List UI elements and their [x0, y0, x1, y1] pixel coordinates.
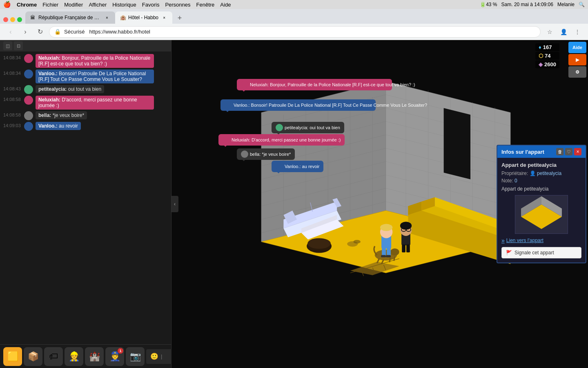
chat-toggle-btn[interactable]: ◫	[3, 41, 12, 50]
profile-btn[interactable]: 👤	[558, 26, 569, 38]
gold-icon: ⬡	[539, 53, 543, 59]
top-buttons: Aide ▶ ⚙	[568, 42, 586, 78]
chat-time: 14:08:43	[3, 85, 22, 91]
reload-btn[interactable]: ↻	[34, 26, 46, 38]
menu-historique[interactable]: Historique	[112, 2, 136, 8]
room-info-fav[interactable]: ♡	[565, 148, 572, 155]
browser: 🏛 République Française de Hab... × 🏨 Hôt…	[0, 9, 588, 368]
chat-messages: 14:08:34 Neluxiah: Bonjour, Patrouille d…	[0, 52, 171, 344]
svg-point-75	[353, 240, 360, 244]
menu-afficher[interactable]: Afficher	[89, 2, 107, 8]
chat-bubble: Neluxiah: D'accord, merci passez une bon…	[36, 96, 154, 110]
chat-time: 14:08:58	[3, 96, 22, 102]
report-flag-icon: 🚩	[506, 250, 512, 256]
menubar-left: 🍎 Chrome Fichier Modifier Afficher Histo…	[3, 1, 231, 8]
diamond-value: 167	[543, 44, 552, 50]
chat-time: 14:09:03	[3, 122, 22, 128]
game-viewport: ‹ ♦ 167 ⬡ 74 ◈ 2600 Aide ▶	[172, 40, 588, 368]
builder-icon[interactable]: 👷	[65, 347, 83, 366]
room-info-header: Infos sur l'appart 🗑 ♡ ×	[497, 146, 586, 158]
avatar	[24, 85, 33, 94]
habbo-icon[interactable]: 🟨	[3, 347, 22, 366]
menu-aide[interactable]: Aide	[220, 2, 231, 8]
tab-favicon-2: 🏨	[120, 15, 126, 20]
room-link[interactable]: » Lien vers l'appart	[501, 237, 581, 244]
svg-line-55	[390, 258, 390, 262]
addressbar: ‹ › ↻ 🔒 Sécurisé https://www.habbo.fr/ho…	[0, 24, 588, 40]
main-content: ◫ ⊡ 14:08:34 Neluxiah: Bonjour, Patrouil…	[0, 40, 588, 368]
chat-bubble: Neluxiah: Bonjour, Patrouille de la Poli…	[36, 54, 154, 68]
nav-button[interactable]: ▶	[568, 54, 586, 65]
settings-button[interactable]: ⚙	[568, 66, 586, 78]
appart-description: Appart de petitealycia	[501, 186, 581, 192]
menu-fichier[interactable]: Fichier	[42, 2, 58, 8]
chat-message: 14:09:03 Vanloo.: au revoir	[0, 121, 171, 132]
avatar	[24, 96, 33, 105]
room-info-body: Appart de petitealycia Propriétaire: 👤 p…	[497, 158, 586, 263]
battery-icon: 🔋43 %	[480, 2, 497, 7]
user-name: Melanie	[557, 2, 575, 7]
gold-value: 74	[545, 53, 550, 59]
svg-rect-71	[406, 245, 410, 253]
avatar	[24, 54, 33, 63]
apple-menu[interactable]: 🍎	[3, 1, 11, 8]
inventory-icon[interactable]: 📦	[24, 347, 42, 366]
app-name[interactable]: Chrome	[17, 2, 37, 8]
tab-close-2[interactable]: ×	[161, 14, 167, 21]
chat-time: 14:08:58	[3, 111, 22, 117]
tab-close-1[interactable]: ×	[104, 14, 110, 21]
avatar	[24, 111, 33, 120]
tab-favicon-1: 🏛	[30, 15, 36, 20]
search-icon[interactable]: 🔍	[579, 2, 585, 7]
camera-icon[interactable]: 📷	[126, 347, 145, 366]
sidebar-toggle-arrow[interactable]: ‹	[172, 196, 178, 212]
menu-modifier[interactable]: Modifier	[64, 2, 83, 8]
events-icon[interactable]: 👮 1	[105, 347, 124, 366]
room-info-trash[interactable]: 🗑	[556, 148, 564, 155]
tab-republique[interactable]: 🏛 République Française de Hab... ×	[25, 11, 115, 24]
lock-icon: 🔒	[54, 29, 61, 35]
chat-header: ◫ ⊡	[0, 40, 171, 52]
chat-expand-btn[interactable]: ⊡	[14, 41, 23, 50]
chat-time: 14:08:34	[3, 70, 22, 76]
url-text: Sécurisé https://www.habbo.fr/hotel	[64, 29, 150, 35]
chat-bubble: Vanloo.: Bonsoir! Patrouile De La Police…	[36, 70, 154, 83]
svg-point-52	[390, 249, 399, 256]
games-icon[interactable]: 🏰	[85, 347, 104, 366]
bookmark-btn[interactable]: ☆	[544, 26, 555, 38]
catalog-icon[interactable]: 🏷	[44, 347, 63, 366]
report-button[interactable]: 🚩 Signale cet appart	[501, 247, 581, 258]
chat-bubble: bella: *je veux boire*	[36, 111, 87, 119]
tab-title-2: Hôtel - Habbo	[128, 15, 158, 20]
url-bar[interactable]: 🔒 Sécurisé https://www.habbo.fr/hotel	[49, 26, 541, 38]
owner-row: Propriétaire: 👤 petitealycia	[501, 171, 581, 176]
datetime: Sam. 20 mai à 14:09:06	[501, 2, 553, 7]
aide-button[interactable]: Aide	[568, 42, 586, 53]
diamond-icon: ♦	[539, 44, 541, 50]
back-btn[interactable]: ‹	[5, 26, 16, 38]
svg-marker-30	[444, 108, 470, 179]
pixel-value: 2600	[544, 61, 556, 67]
menu-btn[interactable]: ⋮	[572, 26, 583, 38]
maximize-window-btn[interactable]	[17, 17, 22, 22]
menu-personnes[interactable]: Personnes	[165, 2, 190, 8]
tabbar: 🏛 République Française de Hab... × 🏨 Hôt…	[0, 9, 588, 24]
new-tab-btn[interactable]: +	[174, 12, 185, 24]
forward-btn[interactable]: ›	[20, 26, 31, 38]
currency-bar: ♦ 167 ⬡ 74 ◈ 2600	[535, 43, 559, 68]
note-value: 0	[514, 178, 517, 184]
close-window-btn[interactable]	[3, 17, 8, 22]
menu-favoris[interactable]: Favoris	[142, 2, 160, 8]
chat-bubble: Vanloo.: au revoir	[36, 122, 81, 130]
pixel-icon: ◈	[539, 61, 543, 67]
tab-title-1: République Française de Hab...	[38, 15, 101, 20]
menu-fenetre[interactable]: Fenêtre	[196, 2, 215, 8]
avatar	[24, 70, 33, 79]
tab-habbo[interactable]: 🏨 Hôtel - Habbo ×	[115, 11, 172, 24]
svg-rect-70	[402, 245, 405, 253]
room-info-close-btn[interactable]: ×	[574, 148, 581, 155]
chat-message: 14:08:43 petitealycia: oui tout va bien	[0, 84, 171, 95]
room-info-title: Infos sur l'appart	[501, 149, 544, 155]
owner-name: petitealycia	[537, 171, 561, 176]
minimize-window-btn[interactable]	[10, 17, 15, 22]
